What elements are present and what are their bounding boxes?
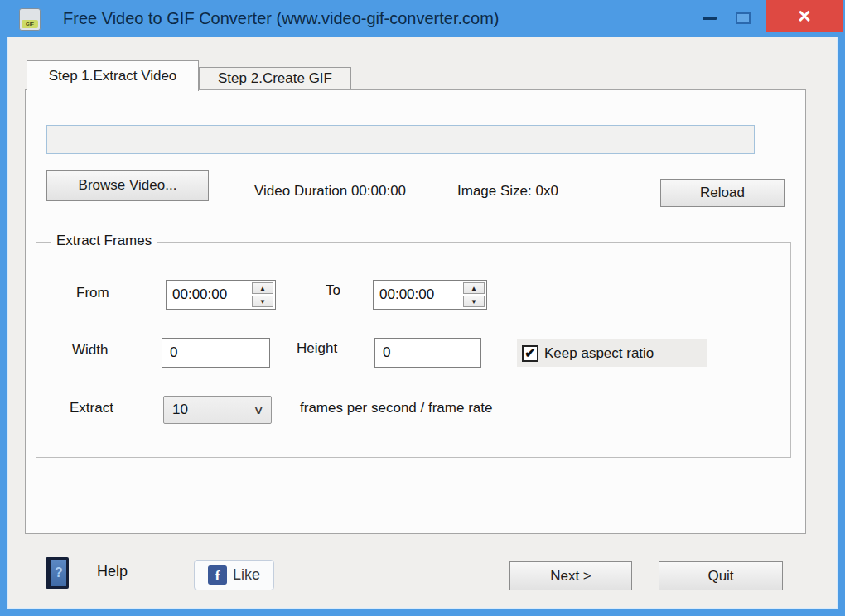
step1-panel: Browse Video... Video Duration 00:00:00 … [25,89,806,534]
to-spin-down-button[interactable]: ▼ [463,296,485,307]
app-icon: GIF [19,8,41,31]
maximize-icon [736,12,751,24]
tab-label: Step 2.Create GIF [218,70,332,87]
question-mark-icon: ? [51,560,66,586]
next-label: Next > [550,568,592,585]
gif-badge: GIF [22,20,38,28]
browse-video-label: Browse Video... [79,177,177,194]
height-label: Height [297,340,337,357]
spin-down-icon: ▼ [471,298,477,306]
check-icon: ✔ [524,345,535,361]
height-input[interactable] [374,338,481,368]
width-input[interactable] [162,338,270,368]
titlebar[interactable]: GIF Free Video to GIF Converter (www.vid… [0,0,845,37]
app-window: GIF Free Video to GIF Converter (www.vid… [0,0,845,616]
tab-step2-create-gif[interactable]: Step 2.Create GIF [199,67,351,89]
extract-frames-group: Extract Frames From ▲ ▼ To ▲ [36,242,791,458]
facebook-like-button[interactable]: f Like [194,560,274,590]
close-button[interactable]: ✕ [766,0,843,32]
minimize-button[interactable] [694,5,724,31]
help-link[interactable]: Help [97,563,128,580]
frame-rate-suffix-text: frames per second / frame rate [300,400,492,416]
to-spin-buttons: ▲ ▼ [461,281,486,309]
video-file-path-input[interactable] [46,125,755,154]
extract-label: Extract [70,400,113,416]
like-label: Like [233,566,260,584]
help-book-icon[interactable]: ? [46,557,69,589]
tab-step1-extract-video[interactable]: Step 1.Extract Video [27,60,199,91]
minimize-icon [703,17,717,20]
extract-frames-group-label: Extract Frames [51,233,157,249]
close-icon: ✕ [797,7,812,26]
window-title: Free Video to GIF Converter (www.video-g… [63,0,499,37]
keep-aspect-ratio-label: Keep aspect ratio [544,345,654,362]
to-spin-up-button[interactable]: ▲ [463,282,485,294]
quit-button[interactable]: Quit [659,561,783,590]
width-label: Width [72,342,108,359]
image-size-text: Image Size: 0x0 [457,177,558,205]
tab-label: Step 1.Extract Video [49,68,177,84]
chevron-down-icon: ∨ [253,403,263,416]
reload-label: Reload [700,185,745,201]
next-button[interactable]: Next > [509,561,632,590]
frame-rate-dropdown[interactable]: 10 ∨ [163,396,272,424]
from-spin-buttons: ▲ ▼ [250,281,275,309]
to-label: To [326,282,340,299]
video-duration-text: Video Duration 00:00:00 [254,177,406,205]
spin-up-icon: ▲ [471,285,477,292]
spin-down-icon: ▼ [259,298,266,306]
from-spin-down-button[interactable]: ▼ [252,296,273,307]
maximize-button[interactable] [728,5,758,31]
to-time-spinner: ▲ ▼ [373,280,487,310]
reload-button[interactable]: Reload [660,179,785,207]
from-time-input[interactable] [167,281,250,309]
from-time-spinner: ▲ ▼ [166,280,276,310]
facebook-icon: f [208,565,227,585]
keep-aspect-ratio-checkbox[interactable]: ✔ [522,345,538,362]
quit-label: Quit [707,568,733,585]
spin-up-icon: ▲ [259,285,266,292]
browse-video-button[interactable]: Browse Video... [46,170,209,201]
from-label: From [76,285,109,301]
frame-rate-value: 10 [172,402,188,418]
keep-aspect-ratio-row: ✔ Keep aspect ratio [517,339,707,367]
from-spin-up-button[interactable]: ▲ [252,282,273,294]
to-time-input[interactable] [374,281,461,309]
